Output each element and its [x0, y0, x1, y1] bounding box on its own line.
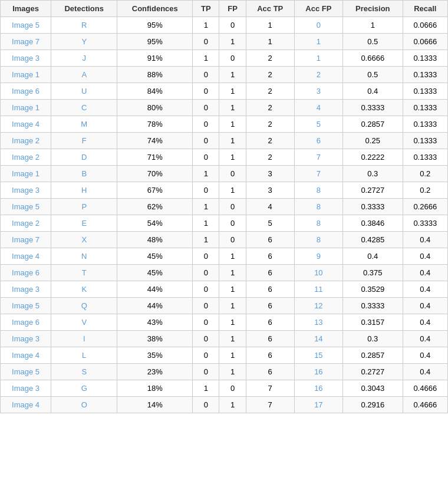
- data-cell: 23%: [117, 364, 193, 380]
- image-cell: Image 3: [1, 182, 51, 199]
- data-cell: 4: [246, 199, 294, 215]
- acc-fp-cell: 7: [294, 149, 342, 166]
- column-header-detections: Detections: [51, 1, 117, 17]
- table-row: Image 4O14%017170.29160.4666: [1, 397, 448, 413]
- data-cell: 0: [219, 166, 246, 182]
- table-row: Image 4M78%01250.28570.1333: [1, 116, 448, 133]
- column-header-fp: FP: [219, 1, 246, 17]
- data-cell: 0: [193, 298, 219, 314]
- data-cell: 0.4: [342, 83, 403, 100]
- acc-fp-cell: 15: [294, 347, 342, 364]
- data-cell: 1: [219, 83, 246, 100]
- table-row: Image 6T45%016100.3750.4: [1, 265, 448, 281]
- table-header-row: ImagesDetectionsConfidencesTPFPAcc TPAcc…: [1, 1, 448, 17]
- detection-cell: A: [51, 67, 117, 83]
- data-cell: 0.3157: [342, 314, 403, 331]
- acc-fp-cell: 3: [294, 83, 342, 100]
- data-cell: 6: [246, 265, 294, 281]
- data-cell: 2: [246, 133, 294, 149]
- data-cell: 1: [246, 17, 294, 34]
- data-cell: 2: [246, 116, 294, 133]
- data-cell: 0.4666: [403, 380, 447, 397]
- detection-cell: S: [51, 364, 117, 380]
- table-row: Image 4L35%016150.28570.4: [1, 347, 448, 364]
- data-cell: 6: [246, 232, 294, 248]
- image-cell: Image 1: [1, 166, 51, 182]
- table-row: Image 7Y95%01110.50.0666: [1, 34, 448, 50]
- table-row: Image 5P62%10480.33330.2666: [1, 199, 448, 215]
- acc-fp-cell: 16: [294, 380, 342, 397]
- acc-fp-cell: 1: [294, 34, 342, 50]
- data-cell: 88%: [117, 67, 193, 83]
- data-cell: 0.4: [403, 248, 447, 265]
- data-cell: 1: [219, 133, 246, 149]
- data-cell: 0.3529: [342, 281, 403, 298]
- data-cell: 35%: [117, 347, 193, 364]
- data-cell: 0.2857: [342, 347, 403, 364]
- data-cell: 0.3: [342, 331, 403, 347]
- image-cell: Image 6: [1, 314, 51, 331]
- data-cell: 3: [246, 182, 294, 199]
- data-cell: 48%: [117, 232, 193, 248]
- data-cell: 1: [219, 149, 246, 166]
- data-cell: 0: [219, 17, 246, 34]
- data-cell: 1: [219, 248, 246, 265]
- data-cell: 1: [219, 298, 246, 314]
- column-header-tp: TP: [193, 1, 219, 17]
- data-cell: 6: [246, 248, 294, 265]
- image-cell: Image 6: [1, 265, 51, 281]
- data-cell: 0.2: [403, 166, 447, 182]
- data-cell: 1: [193, 215, 219, 232]
- detection-cell: T: [51, 265, 117, 281]
- data-cell: 0.2727: [342, 364, 403, 380]
- data-cell: 7: [246, 397, 294, 413]
- acc-fp-cell: 16: [294, 364, 342, 380]
- detection-cell: F: [51, 133, 117, 149]
- data-cell: 0.4: [403, 281, 447, 298]
- data-cell: 0.3846: [342, 215, 403, 232]
- data-cell: 0.2916: [342, 397, 403, 413]
- table-row: Image 7X48%10680.42850.4: [1, 232, 448, 248]
- data-cell: 0.3: [342, 166, 403, 182]
- data-cell: 67%: [117, 182, 193, 199]
- data-cell: 1: [219, 281, 246, 298]
- detection-cell: V: [51, 314, 117, 331]
- data-cell: 2: [246, 67, 294, 83]
- detection-cell: D: [51, 149, 117, 166]
- data-cell: 0: [193, 182, 219, 199]
- data-cell: 0.3333: [342, 298, 403, 314]
- data-cell: 45%: [117, 248, 193, 265]
- detection-cell: C: [51, 100, 117, 116]
- table-row: Image 2F74%01260.250.1333: [1, 133, 448, 149]
- table-row: Image 3G18%107160.30430.4666: [1, 380, 448, 397]
- data-cell: 0.4: [403, 232, 447, 248]
- data-cell: 1: [219, 182, 246, 199]
- data-cell: 0.3043: [342, 380, 403, 397]
- image-cell: Image 4: [1, 397, 51, 413]
- image-cell: Image 7: [1, 232, 51, 248]
- data-cell: 1: [246, 34, 294, 50]
- acc-fp-cell: 2: [294, 67, 342, 83]
- detection-cell: Q: [51, 298, 117, 314]
- data-cell: 0.1333: [403, 149, 447, 166]
- image-cell: Image 3: [1, 281, 51, 298]
- table-row: Image 3H67%01380.27270.2: [1, 182, 448, 199]
- data-cell: 0.3333: [342, 100, 403, 116]
- image-cell: Image 5: [1, 364, 51, 380]
- image-cell: Image 2: [1, 215, 51, 232]
- data-cell: 78%: [117, 116, 193, 133]
- table-row: Image 3J91%10210.66660.1333: [1, 50, 448, 67]
- image-cell: Image 2: [1, 149, 51, 166]
- data-cell: 0.4: [403, 347, 447, 364]
- acc-fp-cell: 8: [294, 199, 342, 215]
- data-cell: 1: [342, 17, 403, 34]
- detection-cell: E: [51, 215, 117, 232]
- detection-cell: G: [51, 380, 117, 397]
- data-cell: 95%: [117, 17, 193, 34]
- data-cell: 6: [246, 314, 294, 331]
- table-row: Image 3I38%016140.30.4: [1, 331, 448, 347]
- data-cell: 44%: [117, 281, 193, 298]
- data-cell: 1: [193, 17, 219, 34]
- detection-cell: I: [51, 331, 117, 347]
- column-header-confidences: Confidences: [117, 1, 193, 17]
